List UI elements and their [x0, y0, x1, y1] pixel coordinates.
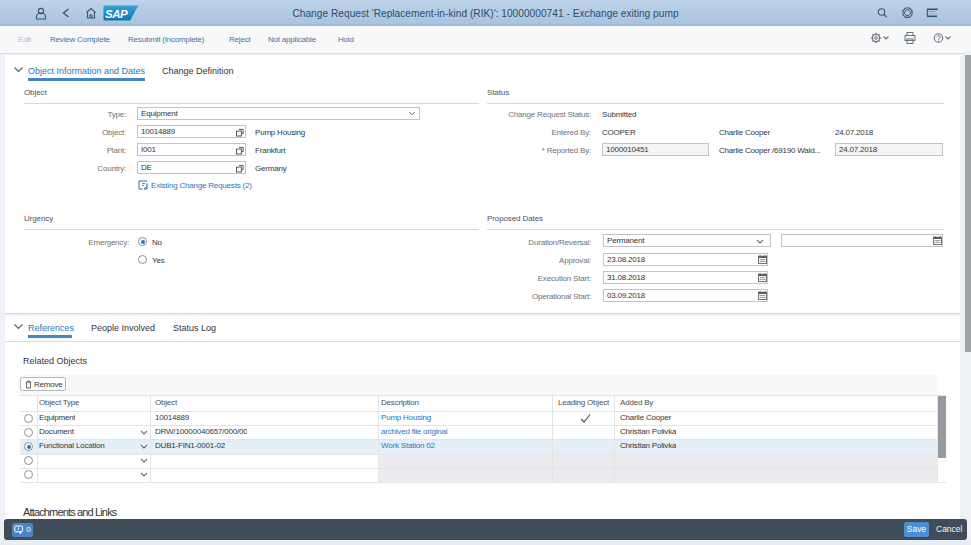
svg-text:SAP: SAP [105, 8, 128, 20]
